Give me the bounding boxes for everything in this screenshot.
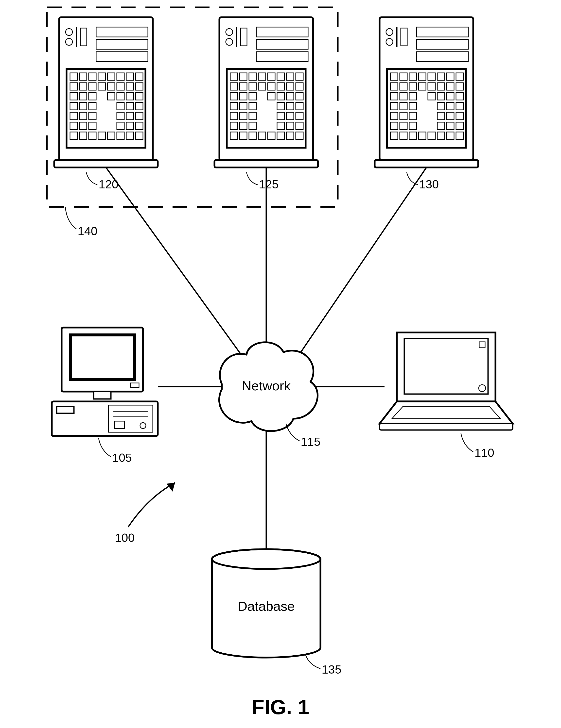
ref-130: 130 [419, 178, 439, 191]
ref-110: 110 [475, 446, 494, 459]
server-125 [214, 17, 318, 167]
ref-115: 115 [301, 435, 321, 448]
ref-135: 135 [322, 663, 342, 676]
database-cylinder: Database [212, 549, 321, 658]
desktop-computer [52, 328, 158, 436]
figure-caption: FIG. 1 [252, 695, 309, 719]
svg-line-61 [296, 167, 426, 360]
laptop-computer [380, 332, 513, 430]
figure-1-diagram: Network Database [0, 0, 561, 728]
ref-120: 120 [99, 178, 118, 191]
svg-rect-68 [94, 392, 111, 399]
svg-rect-78 [380, 424, 513, 430]
ref-105: 105 [112, 451, 132, 464]
ref-125: 125 [259, 178, 278, 191]
ref-140: 140 [78, 225, 97, 238]
network-cloud: Network [219, 342, 318, 431]
server-120 [54, 17, 158, 167]
database-label: Database [237, 599, 295, 613]
svg-rect-65 [62, 328, 143, 392]
network-label: Network [242, 378, 291, 393]
server-130 [375, 17, 478, 167]
ref-100: 100 [115, 531, 135, 544]
